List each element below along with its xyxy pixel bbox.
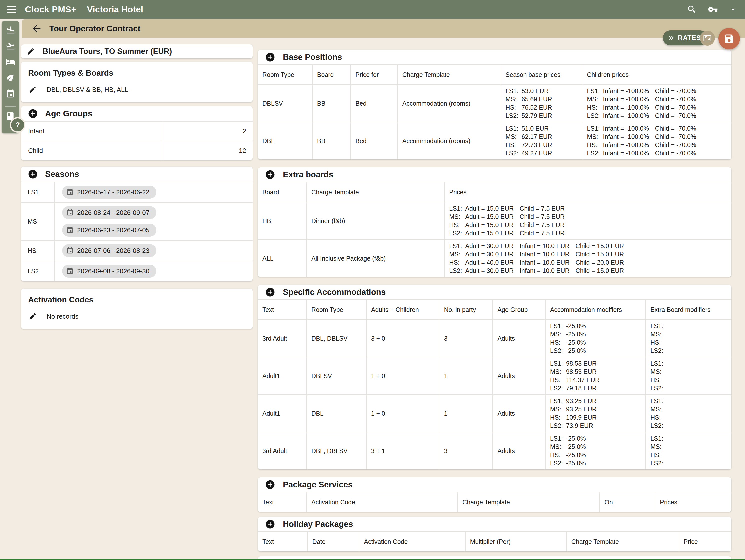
save-button[interactable] (718, 28, 740, 50)
column-header: Prices (445, 182, 732, 202)
activation-codes-title: Activation Codes (21, 289, 253, 304)
back-arrow-icon[interactable] (31, 23, 42, 34)
table-header-row: TextRoom TypeAdults + ChildrenNo. in par… (258, 300, 732, 320)
edit-icon[interactable] (27, 47, 35, 56)
season-period-chip[interactable]: 2026-07-06 - 2026-08-23 (62, 244, 157, 257)
column-header: Multiplier (Per) (465, 531, 567, 551)
add-icon[interactable] (265, 519, 276, 529)
table-cell: DBL, DBLSV (307, 320, 366, 357)
add-icon[interactable] (265, 52, 276, 63)
column-header: Activation Code (307, 492, 458, 512)
sidebar-item-eco[interactable] (5, 72, 16, 84)
seasons-title: Seasons (45, 169, 79, 179)
column-header: No. in party (439, 300, 493, 320)
table-row[interactable]: 3rd AdultDBL, DBLSV3 + 13AdultsLS1:-25.0… (258, 432, 732, 469)
table-cell: 1 (439, 357, 493, 395)
season-values-cell: LS1:MS:HS:LS2: (646, 432, 732, 469)
specific-accommodations-table: TextRoom TypeAdults + ChildrenNo. in par… (258, 299, 732, 469)
column-header: Board (313, 65, 351, 85)
table-row[interactable]: Adult1DBLSV1 + 01AdultsLS1:98.53 EURMS:9… (258, 357, 732, 395)
page-header: Tour Operator Contract (22, 20, 745, 38)
calendar-icon (66, 209, 74, 217)
table-cell: DBL (307, 395, 366, 432)
activation-codes-empty: No records (47, 312, 78, 320)
add-icon[interactable] (28, 108, 38, 119)
season-period: 2026-09-08 - 2026-09-30 (77, 267, 150, 275)
table-cell: DBLSV (258, 85, 313, 122)
table-cell: Adult1 (258, 357, 307, 395)
season-period-chip[interactable]: 2026-09-08 - 2026-09-30 (62, 265, 157, 277)
left-column: BlueAura Tours, TO Summer (EUR) Room Typ… (21, 44, 253, 329)
table-row[interactable]: ALLAll Inclusive Package (f&b)LS1:Adult … (258, 240, 732, 277)
base-positions-table: Room TypeBoardPrice forCharge TemplateSe… (258, 64, 732, 159)
table-cell: 3 + 0 (366, 320, 440, 357)
room-types-edit-row[interactable]: DBL, DBLSV & BB, HB, ALL (21, 86, 253, 102)
column-header: Room Type (307, 300, 366, 320)
table-row[interactable]: HBDinner (f&b)LS1:Adult = 15.0 EURChild … (258, 202, 732, 240)
bottom-strip (0, 559, 745, 560)
extra-boards-card: Extra boards BoardCharge TemplatePricesH… (258, 167, 732, 277)
age-group-row[interactable]: Child 12 (21, 141, 253, 160)
season-row: LS1 2026-05-17 - 2026-06-22 (21, 182, 253, 202)
sidebar-item-flight-takeoff[interactable] (5, 40, 16, 52)
activation-codes-edit-row[interactable]: No records (21, 312, 253, 329)
season-values-cell: LS1:MS:HS:LS2: (646, 320, 732, 357)
season-period-chip[interactable]: 2026-08-24 - 2026-09-07 (62, 206, 157, 219)
contract-name-card[interactable]: BlueAura Tours, TO Summer (EUR) (21, 44, 253, 59)
key-icon[interactable] (708, 4, 718, 14)
seasons-card: Seasons LS1 2026-05-17 - 2026-06-22 MS 2… (21, 167, 253, 281)
column-header: Charge Template (567, 531, 679, 551)
table-cell: BB (313, 122, 351, 159)
add-icon[interactable] (265, 169, 276, 180)
table-cell: Accommodation (rooms) (398, 122, 501, 159)
age-group-row[interactable]: Infant 2 (21, 121, 253, 141)
add-icon[interactable] (265, 287, 276, 297)
column-header: Room Type (258, 65, 313, 85)
double-chevron-right-icon (668, 34, 676, 42)
table-cell: BB (313, 85, 351, 122)
sidebar-item-flight-land[interactable] (5, 25, 16, 35)
season-period-chip[interactable]: 2026-05-17 - 2026-06-22 (62, 186, 157, 199)
season-row: LS2 2026-09-08 - 2026-09-30 (21, 261, 253, 281)
season-values-cell: LS1:98.53 EURMS:98.53 EURHS:114.37 EURLS… (546, 357, 646, 395)
room-types-card: Room Types & Boards DBL, DBLSV & BB, HB,… (21, 62, 253, 102)
table-row[interactable]: DBLSVBBBedAccommodation (rooms)LS1:53.0 … (258, 85, 732, 122)
table-cell: Bed (351, 85, 398, 122)
add-icon[interactable] (265, 479, 276, 490)
menu-icon[interactable] (7, 5, 17, 14)
table-cell: Adults (493, 320, 545, 357)
season-values-cell: LS1:-25.0%MS:-25.0%HS:-25.0%LS2:-25.0% (546, 432, 646, 469)
table-cell: Adults (493, 357, 545, 395)
table-cell: Adults (493, 432, 545, 469)
table-header-row: TextDateActivation CodeMultiplier (Per)C… (258, 531, 732, 551)
season-values-cell: LS1:93.25 EURMS:93.25 EURHS:109.9 EURLS2… (546, 395, 646, 432)
table-cell: Bed (351, 122, 398, 159)
sidebar-item-calendar[interactable] (5, 89, 16, 99)
table-row[interactable]: Adult1DBL1 + 01AdultsLS1:93.25 EURMS:93.… (258, 395, 732, 432)
table-row[interactable]: 3rd AdultDBL, DBLSV3 + 03AdultsLS1:-25.0… (258, 320, 732, 357)
contract-name: BlueAura Tours, TO Summer (EUR) (43, 47, 172, 56)
property-name: Victoria Hotel (87, 4, 143, 14)
table-row[interactable]: DBLBBBedAccommodation (rooms)LS1:51.0 EU… (258, 122, 732, 159)
column-header: Charge Template (307, 182, 445, 202)
age-group-label: Infant (21, 122, 162, 141)
age-groups-title: Age Groups (45, 109, 93, 119)
add-icon[interactable] (28, 169, 38, 179)
package-services-title: Package Services (283, 480, 353, 489)
season-period-chip[interactable]: 2026-06-23 - 2026-07-05 (62, 224, 157, 237)
table-cell: 3 (439, 432, 493, 469)
table-cell: 1 + 0 (366, 357, 440, 395)
rail-divider (5, 106, 16, 107)
specific-accommodations-title: Specific Accommodations (283, 287, 386, 297)
holiday-packages-card: Holiday Packages TextDateActivation Code… (258, 517, 732, 551)
chevron-down-icon[interactable] (729, 5, 738, 14)
search-icon[interactable] (687, 4, 697, 14)
extra-boards-table: BoardCharge TemplatePricesHBDinner (f&b)… (258, 182, 732, 277)
edit-icon (29, 312, 37, 320)
help-button[interactable]: ? (10, 117, 26, 133)
table-cell: Dinner (f&b) (307, 202, 445, 240)
sidebar-item-hotel[interactable] (5, 57, 16, 67)
aspect-ratio-button[interactable] (700, 31, 715, 46)
extra-boards-title: Extra boards (283, 170, 333, 179)
flight-land-icon (6, 25, 15, 35)
